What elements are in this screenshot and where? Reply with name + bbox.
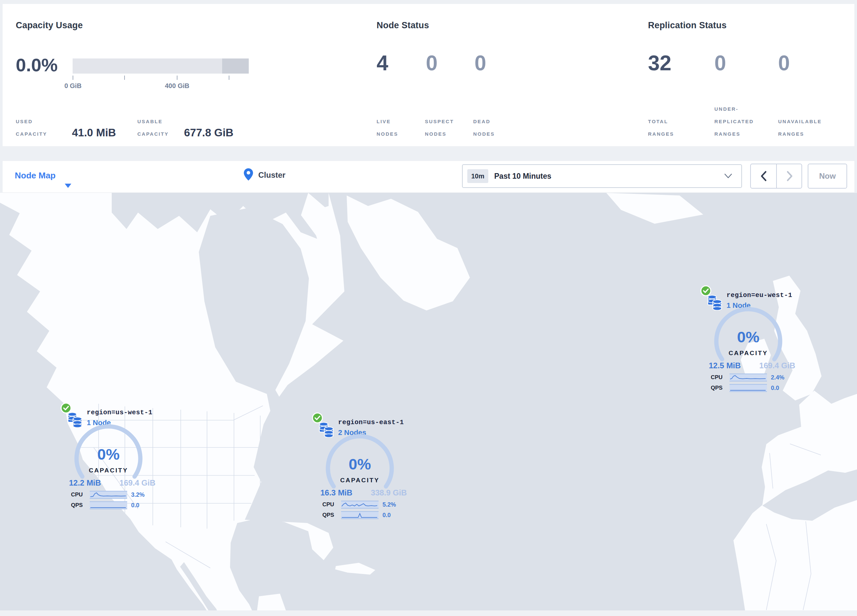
- dead-nodes-label: DEAD NODES: [473, 115, 509, 140]
- capacity-bar-nonusable-segment: [222, 59, 249, 74]
- capacity-tick: [177, 76, 178, 80]
- map-footer-strip: [0, 610, 857, 616]
- cpu-label: CPU: [322, 501, 334, 508]
- qps-sparkline: [90, 501, 127, 509]
- time-step-forward-button[interactable]: [777, 164, 802, 188]
- region-label: region=eu-west-1: [727, 292, 792, 299]
- node-status-title: Node Status: [377, 20, 429, 31]
- now-button[interactable]: Now: [808, 164, 847, 188]
- cpu-value: 3.2%: [131, 491, 145, 499]
- breadcrumb-cluster-label: Cluster: [258, 170, 286, 180]
- capacity-used-percent: 0.0%: [16, 56, 58, 74]
- dead-nodes-count: 0: [475, 52, 486, 74]
- time-step-back-button[interactable]: [751, 164, 776, 188]
- capacity-tick: [73, 76, 73, 80]
- total-capacity: 169.4 GiB: [749, 361, 795, 370]
- capacity-caption: CAPACITY: [715, 350, 781, 357]
- qps-label: QPS: [71, 502, 83, 509]
- used-capacity-label: USED CAPACITY: [16, 115, 54, 140]
- capacity-percent: 0%: [82, 446, 135, 462]
- capacity-tick: [229, 76, 229, 80]
- capacity-tick-label-0: 0 GiB: [53, 82, 93, 90]
- qps-value: 0.0: [382, 512, 391, 519]
- usable-capacity-value: 677.8 GiB: [184, 127, 233, 139]
- time-range-select[interactable]: 10m Past 10 Minutes: [462, 164, 742, 188]
- cluster-summary-panel: Capacity Usage 0.0% 0 GiB 400 GiB USED C…: [3, 4, 854, 146]
- map-toolbar: Node Map Cluster 10m Past 10 Minutes Now: [3, 161, 854, 193]
- capacity-tick: [124, 76, 125, 80]
- unavailable-ranges-label: UNAVAILABLE RANGES: [778, 115, 831, 140]
- qps-label: QPS: [711, 385, 722, 391]
- cpu-sparkline: [730, 374, 767, 381]
- locality-marker-us-west-1[interactable]: region=us-west-1 1 Node 0% CAPACITY 12.2…: [60, 402, 169, 511]
- qps-value: 0.0: [771, 385, 779, 392]
- total-ranges-label: TOTAL RANGES: [648, 115, 684, 140]
- map-pin-icon: [244, 168, 253, 181]
- capacity-caption: CAPACITY: [327, 477, 393, 484]
- capacity-usage-title: Capacity Usage: [16, 20, 83, 31]
- chevron-down-icon: [65, 184, 71, 188]
- used-capacity-value: 41.0 MiB: [72, 127, 116, 139]
- total-ranges-count: 32: [648, 52, 671, 74]
- usable-capacity-label: USABLE CAPACITY: [138, 115, 180, 140]
- total-capacity: 169.4 GiB: [110, 479, 155, 488]
- cpu-label: CPU: [711, 374, 722, 381]
- suspect-nodes-label: SUSPECT NODES: [425, 115, 467, 140]
- cpu-label: CPU: [71, 491, 83, 498]
- view-selector-label: Node Map: [15, 170, 56, 181]
- view-selector-dropdown[interactable]: Node Map: [15, 170, 56, 184]
- locality-marker-us-east-1[interactable]: region=us-east-1 2 Nodes 0% CAPACITY 16.…: [311, 412, 420, 521]
- qps-value: 0.0: [131, 502, 139, 509]
- cpu-value: 5.2%: [382, 501, 396, 508]
- qps-sparkline: [730, 384, 767, 392]
- region-label: region=us-west-1: [87, 409, 153, 416]
- live-nodes-count: 4: [377, 52, 388, 74]
- live-nodes-label: LIVE NODES: [377, 115, 413, 140]
- used-capacity: 16.3 MiB: [320, 488, 352, 497]
- chevron-right-icon: [786, 170, 793, 182]
- locality-marker-eu-west-1[interactable]: region=eu-west-1 1 Node 0% CAPACITY 12.5…: [700, 285, 808, 394]
- qps-sparkline: [341, 511, 379, 519]
- capacity-tick-label-400: 400 GiB: [158, 82, 197, 90]
- time-range-badge: 10m: [467, 169, 488, 183]
- capacity-percent: 0%: [722, 329, 775, 344]
- time-range-label: Past 10 Minutes: [494, 165, 551, 187]
- capacity-caption: CAPACITY: [76, 467, 141, 474]
- cpu-sparkline: [341, 501, 379, 509]
- replication-status-title: Replication Status: [648, 20, 727, 31]
- unavailable-ranges-count: 0: [778, 52, 790, 74]
- capacity-bar: [73, 59, 249, 74]
- cpu-value: 2.4%: [771, 374, 784, 381]
- qps-label: QPS: [322, 512, 334, 519]
- under-replicated-ranges-count: 0: [715, 52, 726, 74]
- total-capacity: 338.9 GiB: [361, 488, 407, 497]
- time-step-buttons: [750, 164, 802, 188]
- region-label: region=us-east-1: [338, 418, 404, 426]
- used-capacity: 12.5 MiB: [709, 361, 741, 370]
- suspect-nodes-count: 0: [426, 52, 438, 74]
- capacity-percent: 0%: [334, 456, 386, 472]
- chevron-left-icon: [760, 170, 767, 182]
- chevron-down-icon: [724, 173, 732, 179]
- under-replicated-ranges-label: UNDER-REPLICATED RANGES: [715, 103, 764, 140]
- cpu-sparkline: [90, 491, 127, 499]
- used-capacity: 12.2 MiB: [69, 479, 101, 488]
